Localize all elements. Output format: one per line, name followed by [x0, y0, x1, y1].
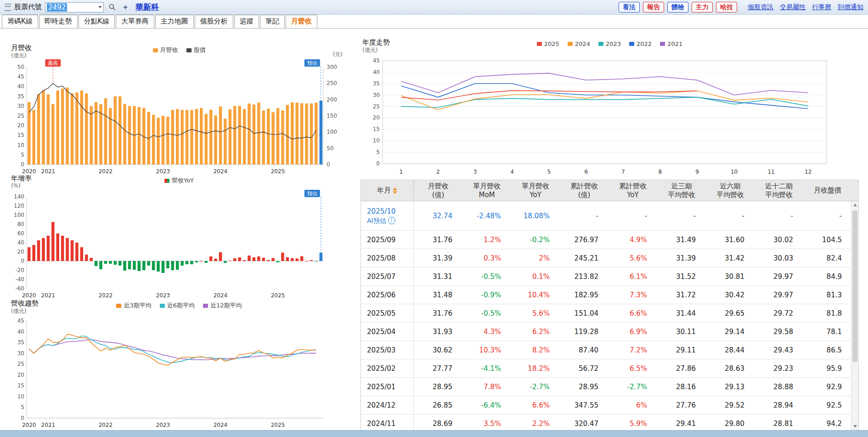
column-header-sublabel: YoY	[530, 191, 541, 199]
svg-text:預估: 預估	[307, 60, 317, 66]
column-header-10[interactable]: 月收盤價	[803, 180, 852, 201]
table-cell: 5.6%	[511, 309, 560, 318]
stock-name-link[interactable]: 華新科	[135, 2, 159, 12]
info-icon[interactable]: i	[388, 217, 395, 224]
revenue-table-header: 年月月營收(億)單月營收MoM單月營收YoY累計營收(億)累計營收YoY近三期平…	[361, 180, 858, 201]
add-stock-button[interactable]: +	[120, 2, 130, 12]
table-cell: 29.43	[755, 346, 803, 354]
table-row[interactable]: 2025/0931.761.2%-0.2%276.974.9%31.4931.6…	[361, 231, 858, 249]
tab-2[interactable]: 即時走勢	[39, 15, 78, 28]
tab-8[interactable]: 筆記	[260, 15, 285, 28]
trend-legend: 近3期平均近6期平均近12期平均	[9, 301, 349, 310]
search-button[interactable]	[107, 2, 117, 12]
svg-text:最高: 最高	[48, 60, 58, 66]
table-row[interactable]: 2025/0431.934.3%6.2%119.286.9%30.1129.14…	[361, 323, 858, 341]
column-header-sublabel: YoY	[627, 191, 639, 199]
svg-text:2022: 2022	[99, 168, 113, 175]
table-cell: 31.42	[706, 254, 755, 262]
tab-5[interactable]: 主力地圖	[155, 15, 194, 28]
table-row[interactable]: 2025/0831.390.3%2%245.215.6%31.3931.4230…	[361, 249, 858, 267]
column-header-8[interactable]: 近六期平均營收	[706, 180, 755, 201]
tab-4[interactable]: 大單券商	[116, 15, 154, 28]
table-cell: -	[706, 212, 755, 220]
table-cell: 31.60	[706, 236, 755, 244]
legend-label: 2021	[667, 40, 682, 47]
action-button-2[interactable]: 報告	[643, 2, 664, 13]
svg-text:45: 45	[17, 74, 24, 80]
table-row[interactable]: 2025/0128.957.8%-2.7%28.95-2.7%28.1629.1…	[361, 378, 858, 396]
table-cell: 28.63	[706, 364, 755, 373]
table-row[interactable]: 2025/0631.48-0.9%10.4%182.957.3%31.7230.…	[361, 286, 858, 304]
svg-text:20: 20	[17, 372, 24, 378]
column-header-label: 月收盤價	[814, 186, 841, 195]
svg-text:2024: 2024	[214, 292, 228, 299]
bottom-strip	[0, 430, 868, 437]
table-cell: 31.49	[657, 236, 706, 244]
action-button-1[interactable]: 看法	[619, 2, 640, 13]
table-row[interactable]: 2025/10AI預估i32.74-2.48%18.08%------	[361, 201, 858, 231]
svg-text:35: 35	[373, 80, 380, 87]
top-link-1[interactable]: 個股資訊	[748, 3, 773, 11]
tab-7[interactable]: 追蹤	[234, 15, 259, 28]
tab-1[interactable]: 籌碼K線	[2, 15, 38, 28]
table-cell: 26.85	[414, 401, 462, 409]
column-header-9[interactable]: 近十二期平均營收	[755, 180, 803, 201]
column-header-3[interactable]: 單月營收MoM	[462, 180, 511, 201]
svg-text:2023: 2023	[156, 292, 170, 299]
top-link-3[interactable]: 行事曆	[812, 3, 831, 11]
scroll-up-icon[interactable]	[851, 201, 858, 209]
table-cell: -0.9%	[462, 291, 511, 299]
stock-code-input[interactable]: 2492	[45, 2, 104, 12]
menu-icon[interactable]	[5, 4, 11, 11]
table-cell: -0.5%	[462, 309, 511, 318]
table-cell: 151.04	[560, 309, 609, 318]
svg-text:2020: 2020	[22, 168, 36, 175]
table-scrollbar[interactable]	[851, 201, 858, 430]
tab-6[interactable]: 個股分析	[195, 15, 233, 28]
column-header-6[interactable]: 累計營收YoY	[609, 180, 657, 201]
table-row[interactable]: 2025/0330.6210.3%8.2%87.407.2%29.1128.44…	[361, 341, 858, 359]
tab-9[interactable]: 月營收	[286, 15, 317, 28]
column-header-4[interactable]: 單月營收YoY	[511, 180, 560, 201]
table-cell: 10.3%	[462, 346, 511, 354]
table-cell-month: 2025/02	[361, 359, 414, 377]
svg-text:2025: 2025	[271, 422, 285, 428]
sort-icon[interactable]	[393, 187, 397, 194]
table-cell-month: 2025/04	[361, 323, 414, 341]
table-cell: 29.58	[755, 328, 803, 336]
scroll-down-icon[interactable]	[851, 423, 858, 430]
table-row[interactable]: 2024/1226.85-6.4%6.6%347.556%27.7629.522…	[361, 396, 858, 414]
action-button-4[interactable]: 主力	[692, 2, 713, 13]
table-row[interactable]: 2025/0531.76-0.5%5.6%151.046.6%31.4429.6…	[361, 304, 858, 323]
tab-3[interactable]: 分點K線	[79, 15, 115, 28]
table-cell: 28.95	[414, 383, 462, 391]
table-cell: -0.5%	[462, 272, 511, 281]
svg-text:15: 15	[17, 132, 24, 138]
table-cell: 4.9%	[609, 236, 657, 244]
column-header-2[interactable]: 月營收(億)	[414, 180, 462, 201]
month-label: 2025/05	[367, 309, 413, 318]
table-cell: 30.62	[414, 346, 462, 354]
table-row[interactable]: 2025/0731.31-0.5%0.1%213.826.1%31.5230.8…	[361, 267, 858, 286]
action-button-5[interactable]: 哈拉	[716, 2, 737, 13]
table-cell: 31.31	[414, 272, 462, 281]
table-row[interactable]: 2025/0227.77-4.1%18.2%56.726.5%27.8628.6…	[361, 359, 858, 378]
column-header-7[interactable]: 近三期平均營收	[657, 180, 706, 201]
column-header-1[interactable]: 年月	[361, 180, 414, 201]
table-cell: 213.82	[560, 272, 609, 281]
column-header-5[interactable]: 累計營收(億)	[560, 180, 609, 201]
table-cell-month: 2025/07	[361, 267, 414, 285]
top-link-4[interactable]: 到價通知	[838, 3, 863, 11]
table-cell-month: 2025/09	[361, 231, 414, 249]
table-cell: 28.81	[755, 420, 803, 428]
scrollbar-thumb[interactable]	[852, 210, 857, 362]
chevron-down-icon[interactable]	[98, 6, 102, 8]
table-cell: 32.74	[414, 212, 462, 220]
table-cell: 6.6%	[609, 309, 657, 318]
revenue-table-body: 2025/10AI預估i32.74-2.48%18.08%------2025/…	[361, 201, 858, 431]
action-button-3[interactable]: 體檢	[667, 2, 688, 13]
top-link-2[interactable]: 交易屬性	[780, 3, 806, 11]
table-row[interactable]: 2024/1128.693.5%2.2%320.475.9%29.4129.80…	[361, 414, 858, 431]
svg-text:40: 40	[373, 69, 380, 75]
table-cell: 29.72	[755, 309, 803, 318]
